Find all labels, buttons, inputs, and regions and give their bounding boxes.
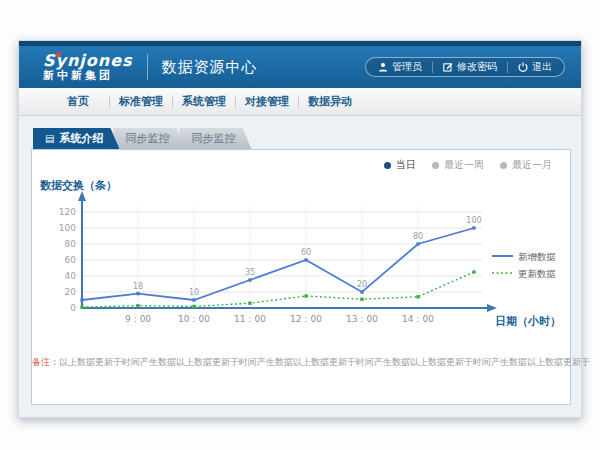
main-nav: 首页 标准管理 系统管理 对接管理 数据异动 <box>19 88 581 116</box>
page-background: Synjones 新中新集团 数据资源中心 管理员 <box>0 0 600 450</box>
svg-text:日期（小时）: 日期（小时） <box>495 315 561 328</box>
svg-text:更新数据: 更新数据 <box>518 268 556 279</box>
svg-text:60: 60 <box>65 255 77 265</box>
svg-text:80: 80 <box>65 239 77 249</box>
nav-item-system-mgmt[interactable]: 系统管理 <box>173 94 235 109</box>
user-menu-admin-label: 管理员 <box>392 60 422 74</box>
svg-text:9：00: 9：00 <box>125 314 151 324</box>
radio-dot <box>500 162 507 169</box>
tab-sync-monitor-1[interactable]: 同步监控 <box>113 128 185 149</box>
user-menu: 管理员 修改密码 退出 <box>365 57 565 77</box>
app-window: Synjones 新中新集团 数据资源中心 管理员 <box>18 40 582 418</box>
edit-icon <box>443 62 453 72</box>
svg-text:14：00: 14：00 <box>402 314 434 324</box>
logo-company: 新中新集团 <box>43 70 133 82</box>
tab-label: 同步监控 <box>125 131 169 146</box>
svg-text:40: 40 <box>65 271 77 281</box>
svg-text:13：00: 13：00 <box>346 314 378 324</box>
tab-label: 同步监控 <box>191 131 235 146</box>
document-icon: ▤ <box>45 134 54 144</box>
line-chart: 9：0010：0011：0012：0013：0014：0002040608010… <box>36 176 572 346</box>
nav-item-home[interactable]: 首页 <box>47 94 109 109</box>
app-header: Synjones 新中新集团 数据资源中心 管理员 <box>19 46 581 88</box>
svg-text:100: 100 <box>59 223 76 233</box>
radio-dot <box>432 162 439 169</box>
svg-text:100: 100 <box>466 216 481 225</box>
svg-text:新增数据: 新增数据 <box>518 251 556 262</box>
user-menu-separator <box>507 62 508 73</box>
svg-text:0: 0 <box>70 303 76 313</box>
user-menu-logout-label: 退出 <box>532 60 552 74</box>
svg-text:11：00: 11：00 <box>234 314 266 324</box>
radio-last-month[interactable]: 最近一月 <box>500 158 552 172</box>
svg-text:10：00: 10：00 <box>178 314 210 324</box>
svg-text:35: 35 <box>245 268 255 277</box>
svg-text:18: 18 <box>133 282 143 291</box>
logo-accent-dot <box>56 52 61 57</box>
svg-text:20: 20 <box>65 287 77 297</box>
power-icon <box>518 62 528 72</box>
tab-sync-monitor-2[interactable]: 同步监控 <box>179 128 251 149</box>
nav-item-data-change[interactable]: 数据异动 <box>299 94 361 109</box>
svg-text:12：00: 12：00 <box>290 314 322 324</box>
tab-bar: ▤ 系统介绍 同步监控 同步监控 <box>33 128 569 149</box>
user-menu-change-password-label: 修改密码 <box>457 60 497 74</box>
user-menu-change-password[interactable]: 修改密码 <box>443 60 497 74</box>
chart-panel: 当日 最近一周 最近一月 9：0010：0011：0012：0013：0014：… <box>31 149 571 405</box>
footnote-text: 以上数据更新于时间产生数据以上数据更新于时间产生数据以上数据更新于时间产生数据以… <box>59 357 590 367</box>
radio-dot-selected <box>384 162 391 169</box>
content-area: ▤ 系统介绍 同步监控 同步监控 当日 <box>19 116 581 405</box>
radio-today[interactable]: 当日 <box>384 158 416 172</box>
footnote: 备注：以上数据更新于时间产生数据以上数据更新于时间产生数据以上数据更新于时间产生… <box>32 356 570 369</box>
footnote-label: 备注： <box>32 357 59 367</box>
svg-text:数据交换（条）: 数据交换（条） <box>39 179 117 192</box>
logo: Synjones 新中新集团 <box>43 53 133 81</box>
svg-text:60: 60 <box>301 248 311 257</box>
user-menu-logout[interactable]: 退出 <box>518 60 552 74</box>
app-title: 数据资源中心 <box>162 58 258 77</box>
svg-text:80: 80 <box>413 232 423 241</box>
user-menu-admin[interactable]: 管理员 <box>378 60 422 74</box>
radio-label: 最近一周 <box>444 158 484 172</box>
svg-text:20: 20 <box>357 280 367 289</box>
range-selector: 当日 最近一周 最近一月 <box>384 158 552 172</box>
header-divider <box>147 54 148 80</box>
tab-system-intro[interactable]: ▤ 系统介绍 <box>33 128 119 149</box>
radio-label: 最近一月 <box>512 158 552 172</box>
user-icon <box>378 62 388 72</box>
radio-last-week[interactable]: 最近一周 <box>432 158 484 172</box>
user-menu-separator <box>432 62 433 73</box>
svg-text:10: 10 <box>189 288 199 297</box>
nav-item-interface-mgmt[interactable]: 对接管理 <box>236 94 298 109</box>
svg-text:120: 120 <box>59 207 76 217</box>
tab-label: 系统介绍 <box>59 131 103 146</box>
radio-label: 当日 <box>396 158 416 172</box>
nav-item-standard-mgmt[interactable]: 标准管理 <box>110 94 172 109</box>
